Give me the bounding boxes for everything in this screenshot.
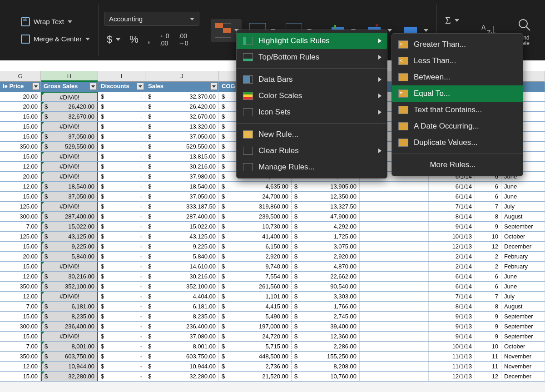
cell[interactable]: $43,125.00 [41,232,98,241]
cell[interactable]: 350.00 [0,142,41,151]
cell[interactable]: 10/1/13 [429,232,475,241]
cell[interactable]: $18,540.00 [145,182,219,191]
cell[interactable]: 7.00 [0,302,41,311]
cell[interactable]: $47,900.00 [292,212,360,221]
cell[interactable]: September [501,332,545,341]
cell[interactable]: 15.00 [0,192,41,201]
cell[interactable]: $22,662.00 [292,272,360,281]
cell[interactable]: $37,050.00 [145,192,219,201]
cell[interactable]: 9/1/14 [429,332,475,341]
cell[interactable]: June [501,192,545,201]
cell[interactable]: 15.00 [0,312,41,321]
cell[interactable]: $10,760.00 [292,372,360,381]
cell[interactable] [360,192,429,201]
cell[interactable]: June [501,282,545,291]
autosum-button[interactable]: Σ [442,13,462,28]
cell[interactable]: $10,730.00 [219,222,292,231]
cell[interactable]: $- [98,332,145,341]
cell[interactable]: $- [98,182,145,191]
cell[interactable] [360,272,429,281]
cell[interactable]: February [501,262,545,271]
cell[interactable]: 125.00 [0,202,41,211]
cell[interactable]: 11 [475,362,501,371]
cell[interactable]: $- [98,372,145,381]
cell[interactable]: 350.00 [0,352,41,361]
cell[interactable]: $- [98,152,145,161]
cell[interactable]: $2,736.00 [219,362,292,371]
cell[interactable]: $319,860.00 [219,202,292,211]
filter-button[interactable] [137,83,144,90]
cell[interactable]: 15.00 [0,152,41,161]
cell[interactable]: 300.00 [0,212,41,221]
cell[interactable]: 7.00 [0,342,41,351]
cell[interactable]: 9/1/13 [429,322,475,331]
cell[interactable]: $1,101.00 [219,292,292,301]
cell[interactable]: $14,610.00 [145,262,219,271]
cell[interactable]: 9 [475,222,501,231]
cell[interactable] [360,322,429,331]
cell[interactable]: December [501,242,545,251]
cell[interactable]: $8,208.00 [292,362,360,371]
cell[interactable]: $- [98,212,145,221]
cell[interactable]: $32,370.00 [145,92,219,101]
filter-button[interactable] [32,83,40,90]
cell[interactable]: July [501,202,545,211]
menu-highlight-cells-rules[interactable]: Highlight Cells Rules [237,33,387,49]
cell[interactable]: $- [98,232,145,241]
cell[interactable]: 6 [475,272,501,281]
cell[interactable]: September [501,222,545,231]
cell[interactable]: 7 [475,292,501,301]
wrap-text-button[interactable]: Wrap Text [18,15,93,28]
cell[interactable]: $- [98,262,145,271]
cell[interactable]: $6,150.00 [219,242,292,251]
cell[interactable]: $2,745.00 [292,312,360,321]
cell[interactable]: October [501,342,545,351]
cell[interactable]: $3,075.00 [292,242,360,251]
cell[interactable]: $32,670.00 [145,112,219,121]
cell[interactable]: 2/1/14 [429,252,475,261]
cell[interactable]: $529,550.00 [41,142,98,151]
cell[interactable] [360,332,429,341]
cell[interactable]: $3,303.00 [292,292,360,301]
cell[interactable]: $287,400.00 [145,212,219,221]
menu-equal-to[interactable]: Equal To... [392,85,523,102]
cell[interactable] [360,262,429,271]
cell[interactable]: $261,560.00 [219,282,292,291]
cell[interactable]: $4,404.00 [145,292,219,301]
cell[interactable]: #DIV/0! [41,92,98,101]
cell[interactable]: $236,400.00 [41,322,98,331]
menu-duplicate-values[interactable]: Duplicate Values... [392,134,523,151]
cell[interactable]: $12,360.00 [292,332,360,341]
cell[interactable]: $5,840.00 [41,252,98,261]
cell[interactable]: $- [98,302,145,311]
cell[interactable]: $- [98,342,145,351]
cell[interactable]: 11/1/13 [429,352,475,361]
cell[interactable]: $8,235.00 [41,312,98,321]
cell[interactable]: $- [98,92,145,101]
cell[interactable]: $- [98,122,145,131]
cell[interactable]: $32,670.00 [41,112,98,121]
cell[interactable]: $- [98,202,145,211]
cell[interactable]: 6 [475,192,501,201]
cell[interactable]: $7,554.00 [219,272,292,281]
cell[interactable]: #DIV/0! [41,162,98,171]
cell[interactable]: $13,815.00 [145,152,219,161]
menu-between[interactable]: Between... [392,69,523,85]
cell[interactable]: November [501,352,545,361]
cell[interactable]: 7/1/14 [429,202,475,211]
cell[interactable]: 9/1/13 [429,312,475,321]
cell[interactable]: $- [98,192,145,201]
cell[interactable]: 6/1/14 [429,282,475,291]
cell[interactable]: 15.00 [0,132,41,141]
cell[interactable]: 15.00 [0,122,41,131]
cell[interactable]: 8 [475,302,501,311]
cell[interactable] [360,352,429,361]
cell[interactable]: $4,415.00 [219,302,292,311]
menu-icon-sets[interactable]: Icon Sets [237,104,387,120]
cell[interactable] [360,312,429,321]
cell[interactable] [360,222,429,231]
cell[interactable]: 6/1/14 [429,192,475,201]
cell[interactable]: $10,944.00 [41,362,98,371]
cell[interactable]: July [501,292,545,301]
cell[interactable]: $287,400.00 [41,212,98,221]
